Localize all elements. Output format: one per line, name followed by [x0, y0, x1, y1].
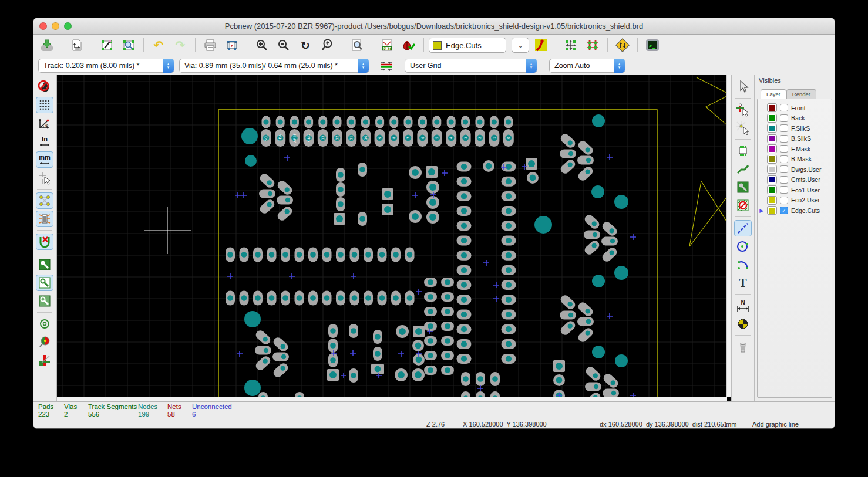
pcb-pad[interactable] — [441, 322, 454, 331]
pcb-pad[interactable] — [426, 196, 439, 209]
pcb-pad[interactable] — [382, 204, 393, 215]
add-footprint-button[interactable] — [734, 143, 752, 159]
high-contrast-button[interactable] — [36, 334, 53, 350]
pcb-pad[interactable] — [426, 211, 439, 224]
layer-dropdown-arrow[interactable]: ⌄ — [512, 38, 529, 53]
pcb-pad[interactable] — [382, 188, 393, 200]
auto-delete-track-button[interactable] — [36, 234, 53, 250]
layer-row-b-mask[interactable]: B.Mask — [759, 154, 832, 165]
module-ratsnest-button[interactable] — [36, 211, 53, 227]
pcb-pad[interactable] — [456, 236, 471, 246]
pcb-pad[interactable] — [281, 248, 290, 262]
pcb-pad[interactable] — [456, 339, 471, 349]
layer-color-swatch[interactable] — [767, 196, 777, 205]
pcb-pad[interactable] — [456, 221, 471, 231]
pcb-pad[interactable]: 12 — [332, 129, 342, 147]
pcb-pad[interactable] — [391, 248, 401, 262]
layer-row-eco1-user[interactable]: Eco1.User — [759, 185, 832, 195]
layer-color-swatch[interactable] — [767, 144, 777, 153]
pcb-pad[interactable] — [441, 366, 454, 375]
drc-button[interactable] — [399, 36, 419, 54]
pcb-pad[interactable] — [349, 324, 358, 338]
pcb-canvas-view[interactable]: SCLSDAAREFGND131211109876543210 — [57, 75, 727, 397]
pcb-pad[interactable] — [281, 291, 290, 306]
pcb-pad[interactable] — [501, 221, 516, 231]
pcb-pad[interactable] — [456, 265, 471, 275]
zoom-in-button[interactable] — [252, 36, 272, 54]
pcb-pad[interactable] — [405, 248, 414, 262]
pcb-pad[interactable] — [412, 340, 424, 351]
pcb-pad[interactable] — [328, 353, 338, 367]
track-width-select[interactable]: Track: 0.203 mm (8.00 mils) * ▲▼ — [38, 59, 174, 73]
add-graphic-line-button[interactable] — [734, 220, 752, 236]
pcb-pad[interactable] — [377, 291, 386, 306]
pcb-pad[interactable] — [364, 291, 373, 306]
layer-color-swatch[interactable] — [767, 155, 777, 164]
pcb-pad[interactable] — [261, 116, 270, 128]
pcb-pad[interactable] — [560, 150, 576, 158]
zoom-select[interactable]: Zoom Auto ▲▼ — [549, 59, 625, 73]
pcb-pad[interactable] — [424, 307, 437, 316]
local-ratsnest-button[interactable] — [734, 120, 752, 136]
active-layer-select[interactable]: Edge.Cuts — [429, 38, 506, 53]
pcb-pad[interactable] — [441, 278, 454, 287]
ratsnest-show-button[interactable] — [36, 192, 53, 209]
pcb-pad[interactable] — [424, 278, 437, 287]
close-window-button[interactable] — [39, 22, 47, 30]
pcb-pad[interactable]: AREF — [289, 129, 300, 147]
polar-coordinates-button[interactable]: φ — [36, 115, 53, 131]
pcb-pad[interactable] — [432, 116, 441, 128]
layer-row-cmts-user[interactable]: Cmts.User — [759, 175, 832, 185]
pcb-pad[interactable] — [336, 168, 345, 182]
layer-visibility-checkbox[interactable] — [780, 104, 788, 111]
add-text-button[interactable]: T — [734, 275, 752, 291]
drc-off-button[interactable] — [36, 79, 53, 95]
pcb-pad[interactable] — [336, 291, 345, 306]
layer-row-eco2-user[interactable]: Eco2.User — [759, 195, 832, 206]
vertical-scrollbar[interactable] — [726, 75, 731, 397]
pcb-pad[interactable] — [409, 210, 422, 223]
pcb-pad[interactable] — [490, 372, 500, 386]
pcb-pad[interactable] — [336, 248, 345, 262]
pcb-pad[interactable] — [461, 372, 470, 386]
sketch-vias-button[interactable] — [36, 316, 53, 332]
layer-visibility-checkbox[interactable] — [780, 135, 788, 143]
print-button[interactable] — [200, 36, 220, 54]
pcb-pad[interactable] — [226, 291, 235, 306]
pcb-pad[interactable] — [501, 354, 516, 364]
add-keepout-button[interactable] — [734, 197, 752, 214]
layer-visibility-checkbox[interactable] — [780, 197, 788, 204]
pcb-pad[interactable] — [328, 324, 338, 338]
pcb-pad[interactable] — [276, 116, 285, 128]
pcb-pad[interactable] — [294, 248, 304, 262]
layer-row-front[interactable]: Front — [759, 103, 832, 113]
pcb-pad[interactable] — [336, 197, 345, 211]
pcb-pad[interactable] — [476, 372, 485, 386]
freeroute-button[interactable] — [613, 36, 633, 54]
layer-color-swatch[interactable] — [767, 206, 777, 215]
layer-color-swatch[interactable] — [767, 124, 777, 133]
layer-visibility-checkbox[interactable]: ✓ — [780, 207, 788, 214]
pcb-pad[interactable] — [226, 248, 235, 262]
footprint-viewer-button[interactable] — [119, 36, 139, 54]
pcb-pad[interactable] — [456, 191, 471, 201]
pcb-pad[interactable] — [334, 213, 345, 225]
add-dimension-button[interactable]: N — [734, 297, 752, 314]
find-button[interactable] — [347, 36, 367, 54]
pcb-pad[interactable]: 9 — [375, 129, 385, 147]
pcb-pad[interactable] — [424, 292, 437, 302]
pcb-pad[interactable] — [501, 251, 516, 261]
pcb-pad[interactable] — [389, 116, 398, 128]
add-circle-button[interactable] — [734, 238, 752, 255]
pcb-pad[interactable] — [456, 324, 471, 334]
layer-visibility-checkbox[interactable] — [780, 145, 788, 153]
layer-visibility-checkbox[interactable] — [780, 176, 788, 184]
pcb-pad[interactable] — [391, 291, 401, 306]
pcb-pad[interactable] — [409, 166, 422, 179]
pcb-pad[interactable] — [501, 265, 516, 275]
pcb-pad[interactable]: 7 — [403, 129, 413, 147]
pcb-pad[interactable] — [501, 236, 516, 246]
units-mm-button[interactable]: mm — [36, 151, 53, 168]
pcb-pad[interactable] — [501, 206, 516, 216]
pcb-pad[interactable] — [526, 158, 537, 170]
